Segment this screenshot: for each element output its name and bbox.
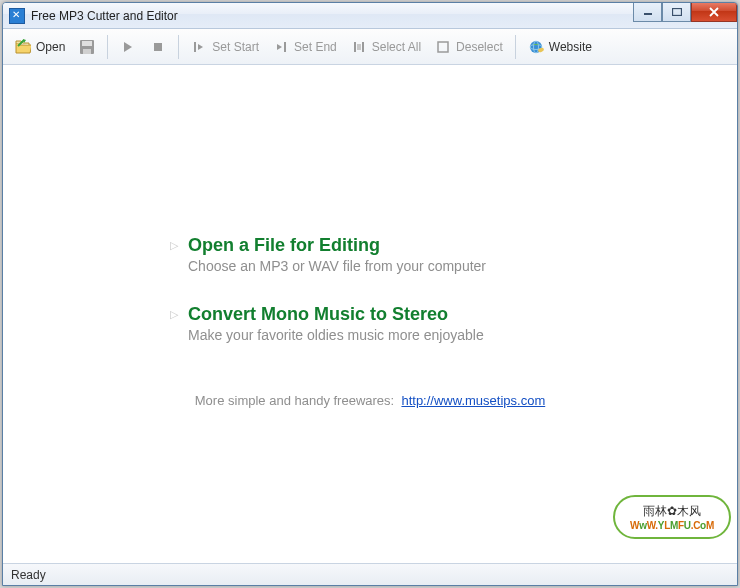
set-start-button[interactable]: Set Start bbox=[185, 35, 265, 59]
app-icon bbox=[9, 8, 25, 24]
deselect-icon bbox=[435, 39, 451, 55]
deselect-label: Deselect bbox=[456, 40, 503, 54]
svg-rect-1 bbox=[672, 9, 681, 16]
svg-rect-0 bbox=[644, 13, 652, 15]
musetips-link[interactable]: http://www.musetips.com bbox=[401, 393, 545, 408]
set-end-icon bbox=[273, 39, 289, 55]
svg-rect-5 bbox=[83, 49, 91, 54]
select-all-label: Select All bbox=[372, 40, 421, 54]
toolbar-separator bbox=[515, 35, 516, 59]
play-button[interactable] bbox=[114, 35, 142, 59]
close-button[interactable] bbox=[691, 3, 737, 22]
svg-rect-15 bbox=[438, 42, 448, 52]
toolbar-separator bbox=[178, 35, 179, 59]
select-all-icon bbox=[351, 39, 367, 55]
folder-open-icon bbox=[15, 39, 31, 55]
svg-marker-10 bbox=[277, 44, 282, 50]
app-window: Free MP3 Cutter and Editor Open bbox=[2, 2, 738, 586]
svg-rect-13 bbox=[362, 42, 364, 52]
stop-icon bbox=[150, 39, 166, 55]
svg-rect-4 bbox=[82, 41, 92, 46]
maximize-button[interactable] bbox=[662, 3, 691, 22]
open-button[interactable]: Open bbox=[9, 35, 71, 59]
website-button[interactable]: Website bbox=[522, 35, 598, 59]
watermark-url: WwW.YLMFU.CoM bbox=[630, 520, 714, 531]
welcome-open-block: ▷ Open a File for Editing Choose an MP3 … bbox=[170, 235, 570, 274]
watermark-badge: 雨林✿木风 WwW.YLMFU.CoM bbox=[613, 495, 731, 539]
save-button[interactable] bbox=[73, 35, 101, 59]
welcome-convert-block: ▷ Convert Mono Music to Stereo Make your… bbox=[170, 304, 570, 343]
toolbar: Open Set Start bbox=[3, 29, 737, 65]
set-end-label: Set End bbox=[294, 40, 337, 54]
set-start-icon bbox=[191, 39, 207, 55]
globe-icon bbox=[528, 39, 544, 55]
open-file-link[interactable]: Open a File for Editing bbox=[188, 235, 486, 256]
svg-rect-12 bbox=[354, 42, 356, 52]
set-end-button[interactable]: Set End bbox=[267, 35, 343, 59]
convert-stereo-link[interactable]: Convert Mono Music to Stereo bbox=[188, 304, 484, 325]
convert-stereo-subtitle: Make your favorite oldies music more enj… bbox=[188, 327, 484, 343]
deselect-button[interactable]: Deselect bbox=[429, 35, 509, 59]
save-icon bbox=[79, 39, 95, 55]
svg-rect-11 bbox=[284, 42, 286, 52]
chevron-right-icon: ▷ bbox=[170, 239, 178, 252]
status-bar: Ready bbox=[3, 563, 737, 585]
website-label: Website bbox=[549, 40, 592, 54]
open-file-subtitle: Choose an MP3 or WAV file from your comp… bbox=[188, 258, 486, 274]
window-title: Free MP3 Cutter and Editor bbox=[31, 9, 178, 23]
svg-marker-9 bbox=[198, 44, 203, 50]
svg-marker-6 bbox=[124, 42, 132, 52]
minimize-button[interactable] bbox=[633, 3, 662, 22]
play-icon bbox=[120, 39, 136, 55]
more-text: More simple and handy freewares: bbox=[195, 393, 394, 408]
window-controls bbox=[633, 3, 737, 22]
titlebar[interactable]: Free MP3 Cutter and Editor bbox=[3, 3, 737, 29]
toolbar-separator bbox=[107, 35, 108, 59]
open-label: Open bbox=[36, 40, 65, 54]
chevron-right-icon: ▷ bbox=[170, 308, 178, 321]
stop-button[interactable] bbox=[144, 35, 172, 59]
more-freeware-line: More simple and handy freewares: http://… bbox=[3, 393, 737, 408]
status-text: Ready bbox=[11, 568, 46, 582]
select-all-button[interactable]: Select All bbox=[345, 35, 427, 59]
svg-rect-14 bbox=[357, 44, 361, 50]
svg-rect-8 bbox=[194, 42, 196, 52]
set-start-label: Set Start bbox=[212, 40, 259, 54]
svg-rect-7 bbox=[154, 43, 162, 51]
content-area: ▷ Open a File for Editing Choose an MP3 … bbox=[3, 65, 737, 563]
watermark-cn: 雨林✿木风 bbox=[643, 503, 701, 520]
